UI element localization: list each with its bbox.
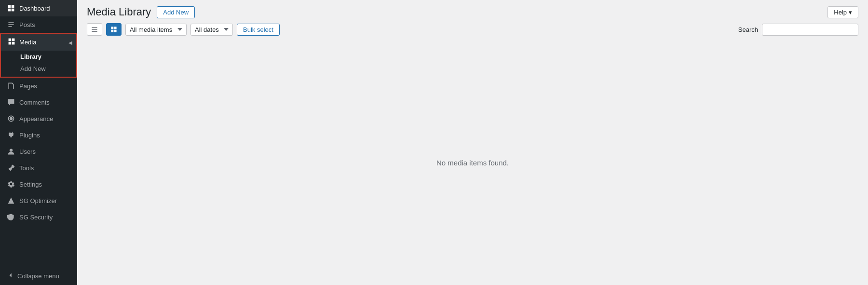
content-area: No media items found. xyxy=(77,41,868,285)
sidebar-item-label-tools: Tools xyxy=(19,164,34,172)
svg-rect-4 xyxy=(9,39,12,41)
pages-icon xyxy=(7,81,15,90)
help-button[interactable]: Help ▾ xyxy=(827,6,858,18)
sidebar-item-dashboard[interactable]: Dashboard xyxy=(0,0,77,16)
list-view-icon xyxy=(91,26,98,33)
help-arrow-icon: ▾ xyxy=(849,9,852,16)
sidebar-item-sg-security[interactable]: SG Security xyxy=(0,209,77,225)
svg-rect-1 xyxy=(12,5,14,8)
svg-rect-12 xyxy=(92,31,97,32)
filter-media-select[interactable]: All media items Images Audio Video Docum… xyxy=(125,24,187,36)
sidebar-item-library[interactable]: Library xyxy=(1,51,76,63)
sidebar-item-media[interactable]: Media ◀ xyxy=(1,34,76,51)
sidebar-item-label-media: Media xyxy=(19,39,36,46)
page-title: Media Library xyxy=(87,6,151,18)
dashboard-icon xyxy=(7,4,15,13)
plugins-icon xyxy=(7,131,15,139)
bulk-select-button[interactable]: Bulk select xyxy=(237,24,280,36)
search-group: Search xyxy=(738,24,858,36)
media-group: Media ◀ Library Add New xyxy=(0,33,77,78)
svg-rect-3 xyxy=(12,9,14,12)
svg-rect-5 xyxy=(12,39,15,41)
sidebar-item-settings[interactable]: Settings xyxy=(0,176,77,192)
media-arrow-icon: ◀ xyxy=(68,40,72,45)
add-new-button[interactable]: Add New xyxy=(157,6,195,18)
sidebar-item-appearance[interactable]: Appearance xyxy=(0,110,77,127)
sidebar-item-label-sg-security: SG Security xyxy=(19,214,53,221)
svg-rect-13 xyxy=(111,27,113,29)
sidebar-item-sg-optimizer[interactable]: SG Optimizer xyxy=(0,192,77,209)
comments-icon xyxy=(7,98,15,107)
empty-message: No media items found. xyxy=(436,159,509,167)
sidebar-item-label-posts: Posts xyxy=(19,21,35,28)
sidebar-item-users[interactable]: Users xyxy=(0,143,77,160)
sidebar-item-label-users: Users xyxy=(19,148,36,155)
svg-rect-15 xyxy=(111,30,113,32)
sidebar-item-plugins[interactable]: Plugins xyxy=(0,127,77,143)
svg-rect-14 xyxy=(114,27,117,29)
tools-icon xyxy=(7,163,15,172)
svg-rect-10 xyxy=(92,27,97,27)
svg-rect-11 xyxy=(92,29,97,29)
media-submenu: Library Add New xyxy=(1,51,76,77)
collapse-menu-button[interactable]: Collapse menu xyxy=(0,267,77,285)
grid-view-icon xyxy=(110,26,117,33)
sg-optimizer-icon xyxy=(7,196,15,205)
help-label: Help xyxy=(834,9,847,16)
search-input[interactable] xyxy=(762,24,858,36)
collapse-menu-label: Collapse menu xyxy=(17,272,59,280)
users-icon xyxy=(7,147,15,156)
sidebar-item-pages[interactable]: Pages xyxy=(0,78,77,94)
sidebar-item-label-plugins: Plugins xyxy=(19,132,40,139)
search-label: Search xyxy=(738,26,758,33)
sidebar-item-label-settings: Settings xyxy=(19,181,42,188)
svg-rect-16 xyxy=(114,30,117,32)
sidebar-item-label-sg-optimizer: SG Optimizer xyxy=(19,197,57,204)
sidebar-item-comments[interactable]: Comments xyxy=(0,94,77,110)
sidebar-item-posts[interactable]: Posts xyxy=(0,16,77,33)
toolbar: All media items Images Audio Video Docum… xyxy=(77,23,868,41)
svg-point-8 xyxy=(10,149,13,151)
main-content: Media Library Add New Help ▾ xyxy=(77,0,868,285)
sidebar-item-label-comments: Comments xyxy=(19,99,50,106)
page-title-group: Media Library Add New xyxy=(87,6,195,18)
svg-rect-0 xyxy=(8,5,11,8)
media-icon xyxy=(8,38,15,47)
sidebar-item-label-pages: Pages xyxy=(19,82,37,90)
settings-icon xyxy=(7,180,15,189)
appearance-icon xyxy=(7,114,15,123)
svg-marker-9 xyxy=(8,198,14,204)
svg-rect-2 xyxy=(8,9,11,12)
sidebar-item-tools[interactable]: Tools xyxy=(0,160,77,176)
list-view-button[interactable] xyxy=(87,23,102,36)
grid-view-button[interactable] xyxy=(106,23,122,36)
sidebar-item-label-appearance: Appearance xyxy=(19,115,53,122)
sidebar: Dashboard Posts Media ◀ Library Add New xyxy=(0,0,77,285)
sg-security-icon xyxy=(7,213,15,221)
svg-rect-6 xyxy=(9,42,12,45)
svg-rect-7 xyxy=(12,42,15,45)
sidebar-item-add-new-media[interactable]: Add New xyxy=(1,63,76,75)
posts-icon xyxy=(7,20,15,29)
topbar: Media Library Add New Help ▾ xyxy=(77,0,868,23)
collapse-icon xyxy=(7,272,14,280)
sidebar-item-label-dashboard: Dashboard xyxy=(19,5,50,12)
filter-dates-select[interactable]: All dates xyxy=(190,24,233,36)
